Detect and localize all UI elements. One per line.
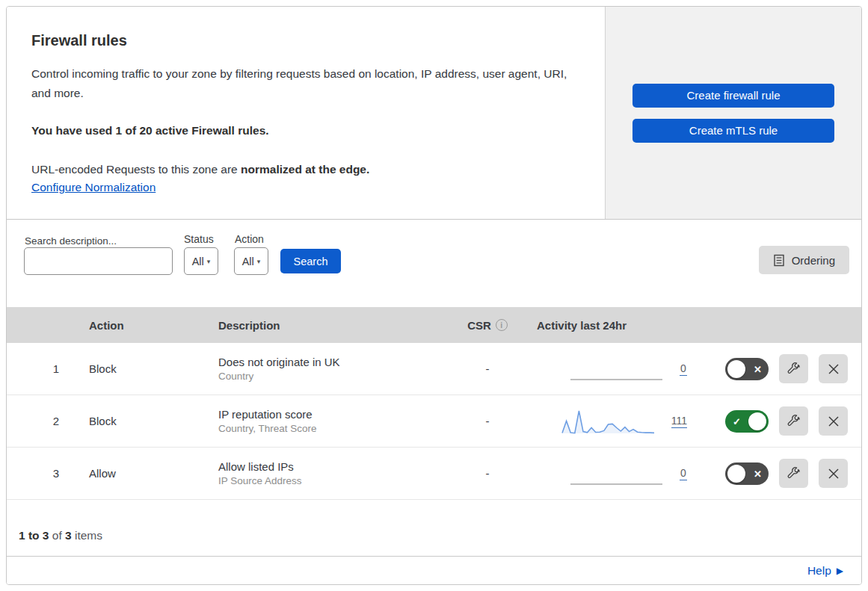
ordering-list-icon [773, 254, 785, 267]
table-row: 3 Allow Allow listed IPs IP Source Addre… [7, 448, 861, 500]
rule-number: 2 [7, 415, 74, 427]
rule-number: 3 [7, 467, 74, 480]
intro-section: Firewall rules Control incoming traffic … [7, 7, 861, 220]
delete-rule-button[interactable] [819, 406, 848, 436]
activity-sparkline [561, 406, 655, 436]
pagination-items: items [72, 529, 102, 542]
rule-description: Allow listed IPs [218, 460, 294, 473]
actions-panel: Create firewall rule Create mTLS rule [606, 7, 861, 219]
ordering-button[interactable]: Ordering [759, 246, 849, 274]
rule-csr-value: - [443, 467, 532, 480]
close-icon [828, 468, 840, 480]
page-description: Control incoming traffic to your zone by… [31, 64, 575, 103]
action-label: Action [235, 233, 264, 245]
header-action: Action [74, 319, 203, 332]
table-row: 2 Block IP reputation score Country, Thr… [7, 395, 861, 448]
help-link[interactable]: Help ▶ [807, 564, 843, 578]
usage-summary: You have used 1 of 20 active Firewall ru… [31, 124, 575, 137]
search-input[interactable] [37, 250, 172, 273]
rule-description-cell: Does not originate in UK Country [203, 356, 443, 382]
status-dropdown-value: All [192, 256, 204, 267]
create-firewall-rule-button[interactable]: Create firewall rule [632, 84, 834, 108]
chevron-down-icon: ▾ [207, 258, 211, 265]
activity-sparkline [570, 459, 663, 489]
create-mtls-rule-button[interactable]: Create mTLS rule [632, 119, 834, 143]
help-link-label: Help [807, 564, 831, 578]
edit-rule-button[interactable] [779, 406, 808, 436]
close-icon [828, 363, 840, 375]
pagination-range: 1 to 3 [19, 529, 49, 542]
page-title: Firewall rules [31, 32, 575, 49]
rule-description: Does not originate in UK [218, 356, 340, 368]
rule-controls: ✕ [693, 354, 861, 383]
pagination-total: 3 [65, 529, 72, 542]
header-activity: Activity last 24hr [532, 319, 693, 332]
toggle-state-icon: ✕ [754, 468, 762, 478]
action-dropdown-value: All [242, 256, 254, 267]
header-csr-label: CSR [467, 319, 491, 332]
normalization-note: URL-encoded Requests to this zone are no… [31, 160, 575, 179]
search-button[interactable]: Search [280, 249, 341, 273]
activity-count-link[interactable]: 111 [671, 415, 687, 428]
ordering-button-label: Ordering [792, 254, 835, 267]
rule-action: Block [74, 362, 203, 375]
table-header: Action Description CSR i Activity last 2… [7, 307, 861, 343]
toggle-knob [727, 465, 745, 483]
delete-rule-button[interactable] [819, 354, 848, 383]
toggle-knob [727, 360, 745, 378]
header-description: Description [203, 319, 443, 332]
rule-criteria: Country [218, 371, 253, 382]
rule-criteria: Country, Threat Score [218, 423, 317, 434]
header-csr: CSR i [443, 319, 532, 332]
chevron-down-icon: ▾ [257, 258, 261, 265]
pagination-summary: 1 to 3 of 3 items [7, 500, 861, 557]
table-row: 1 Block Does not originate in UK Country… [7, 343, 861, 395]
firewall-rules-panel: Firewall rules Control incoming traffic … [6, 6, 862, 585]
rule-enabled-toggle[interactable]: ✓ [725, 410, 769, 433]
toggle-knob [748, 412, 766, 430]
wrench-icon [787, 362, 801, 376]
arrow-right-icon: ▶ [837, 566, 843, 576]
search-field-wrapper [24, 247, 173, 275]
wrench-icon [787, 414, 801, 428]
status-dropdown[interactable]: All ▾ [184, 247, 218, 275]
help-bar: Help ▶ [7, 557, 861, 584]
rule-activity-cell: 111 [532, 406, 693, 436]
activity-count-link[interactable]: 0 [680, 467, 687, 480]
edit-rule-button[interactable] [779, 459, 808, 488]
filter-bar: Search description... Status Action All … [7, 220, 861, 307]
rule-activity-cell: 0 [532, 354, 693, 384]
rule-csr-value: - [443, 415, 532, 427]
close-icon [828, 415, 840, 427]
normalization-note-text: URL-encoded Requests to this zone are [31, 163, 241, 176]
rule-controls: ✕ [693, 459, 861, 488]
intro-text-block: Firewall rules Control incoming traffic … [7, 7, 606, 219]
rule-criteria: IP Source Address [218, 475, 302, 486]
status-label: Status [184, 233, 214, 245]
toggle-state-icon: ✕ [754, 364, 762, 374]
action-dropdown[interactable]: All ▾ [234, 247, 268, 275]
rule-activity-cell: 0 [532, 459, 693, 489]
rule-enabled-toggle[interactable]: ✕ [725, 462, 769, 485]
rule-action: Block [74, 415, 203, 427]
rule-description-cell: Allow listed IPs IP Source Address [203, 460, 443, 486]
rule-action: Allow [74, 467, 203, 480]
wrench-icon [787, 466, 801, 480]
search-label: Search description... [25, 235, 117, 247]
activity-sparkline [570, 354, 663, 384]
rule-number: 1 [7, 362, 74, 375]
rule-description-cell: IP reputation score Country, Threat Scor… [203, 408, 443, 434]
edit-rule-button[interactable] [779, 354, 808, 383]
delete-rule-button[interactable] [819, 459, 848, 488]
rule-csr-value: - [443, 362, 532, 375]
toggle-state-icon: ✓ [733, 416, 741, 426]
activity-count-link[interactable]: 0 [680, 362, 687, 376]
rule-enabled-toggle[interactable]: ✕ [725, 358, 769, 380]
normalization-note-bold: normalized at the edge. [241, 163, 369, 176]
configure-normalization-link[interactable]: Configure Normalization [31, 181, 156, 194]
pagination-of: of [49, 529, 65, 542]
rule-description: IP reputation score [218, 408, 313, 421]
rule-controls: ✓ [693, 406, 861, 436]
info-icon[interactable]: i [496, 319, 508, 331]
